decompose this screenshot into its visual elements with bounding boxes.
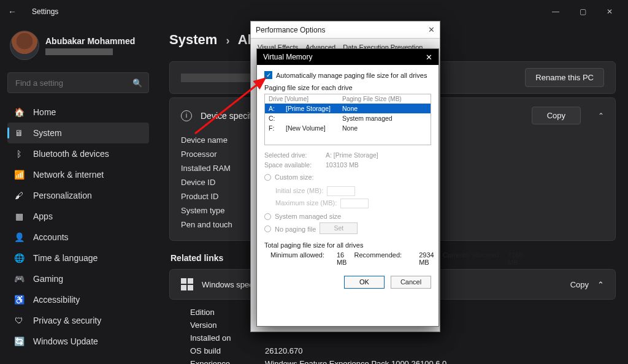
cancel-button[interactable]: Cancel bbox=[391, 276, 431, 289]
total-row: Currently allocated:7168 MB bbox=[443, 251, 531, 266]
nav-icon: 🌐 bbox=[13, 253, 25, 263]
winspec-row: Installed on bbox=[190, 332, 616, 344]
chevron-up-icon[interactable]: ⌃ bbox=[597, 280, 604, 289]
sidebar-item-windows-update[interactable]: 🔄Windows Update bbox=[7, 331, 149, 352]
radio-icon bbox=[264, 226, 271, 232]
maximum-size-label: Maximum size (MB): bbox=[275, 199, 337, 207]
chevron-right-icon: › bbox=[226, 34, 229, 47]
breadcrumb-root[interactable]: System bbox=[169, 32, 217, 47]
profile-email-redacted bbox=[45, 48, 113, 55]
nav-icon: 🎮 bbox=[13, 274, 25, 284]
nav-icon: 🖌 bbox=[13, 191, 25, 200]
nav-label: System bbox=[33, 128, 62, 138]
section-label: Paging file size for each drive bbox=[264, 84, 431, 91]
total-row: Minimum allowed:16 MB bbox=[270, 251, 354, 266]
selected-drive-value: A: [Prime Storage] bbox=[326, 151, 378, 159]
profile-name: Abubakar Mohammed bbox=[45, 36, 135, 46]
auto-manage-checkbox-row[interactable]: ✓ Automatically manage paging file size … bbox=[264, 71, 431, 79]
col-size: Paging File Size (MB) bbox=[342, 96, 402, 102]
ok-button[interactable]: OK bbox=[344, 276, 385, 289]
window-title: Settings bbox=[32, 7, 58, 16]
nav-icon: 🖥 bbox=[13, 128, 25, 138]
radio-system-managed: System managed size bbox=[264, 213, 431, 220]
nav-icon: 📶 bbox=[13, 170, 25, 180]
nav-list: 🏠Home🖥SystemᛒBluetooth & devices📶Network… bbox=[7, 102, 149, 352]
window-titlebar: ← Settings — ▢ ✕ bbox=[0, 0, 628, 23]
search-box[interactable]: 🔍 bbox=[7, 72, 149, 93]
nav-label: Apps bbox=[33, 211, 53, 221]
set-button: Set bbox=[320, 222, 358, 234]
close-button[interactable]: ✕ bbox=[596, 3, 623, 20]
sidebar-item-network-internet[interactable]: 📶Network & internet bbox=[7, 164, 149, 185]
copy-button[interactable]: Copy bbox=[532, 107, 581, 124]
space-available-label: Space available: bbox=[264, 160, 326, 170]
nav-icon: ▦ bbox=[13, 211, 25, 221]
drive-row[interactable]: C:System managed bbox=[265, 113, 431, 123]
sidebar-item-personalization[interactable]: 🖌Personalization bbox=[7, 185, 149, 206]
nav-label: Gaming bbox=[33, 274, 63, 284]
avatar bbox=[10, 31, 39, 60]
sidebar-item-privacy-security[interactable]: 🛡Privacy & security bbox=[7, 310, 149, 331]
winspec-row: ExperienceWindows Feature Experience Pac… bbox=[190, 357, 616, 364]
auto-manage-label: Automatically manage paging file size fo… bbox=[276, 72, 427, 79]
search-icon: 🔍 bbox=[132, 78, 142, 88]
initial-size-label: Initial size (MB): bbox=[275, 187, 323, 194]
total-row: Recommended:2934 MB bbox=[354, 251, 443, 266]
sidebar-item-accounts[interactable]: 👤Accounts bbox=[7, 227, 149, 248]
nav-label: Windows Update bbox=[33, 336, 98, 346]
minimize-button[interactable]: — bbox=[542, 3, 569, 20]
col-drive: Drive [Volume] bbox=[269, 96, 342, 102]
dialog-title: Performance Options bbox=[256, 26, 325, 34]
winspec-row: OS build26120.670 bbox=[190, 344, 616, 357]
drive-row[interactable]: F:[New Volume]None bbox=[265, 123, 431, 133]
radio-icon bbox=[264, 174, 271, 181]
nav-label: Accessibility bbox=[33, 295, 80, 305]
initial-size-input bbox=[327, 186, 355, 196]
sidebar: Abubakar Mohammed 🔍 🏠Home🖥SystemᛒBluetoo… bbox=[0, 23, 156, 352]
rename-pc-button[interactable]: Rename this PC bbox=[525, 68, 604, 87]
total-title: Total paging file size for all drives bbox=[264, 241, 431, 249]
maximize-button[interactable]: ▢ bbox=[569, 3, 596, 20]
sidebar-item-gaming[interactable]: 🎮Gaming bbox=[7, 268, 149, 289]
checkbox-checked-icon[interactable]: ✓ bbox=[264, 71, 272, 79]
nav-icon: 🏠 bbox=[13, 107, 25, 117]
nav-icon: ᛒ bbox=[13, 149, 25, 159]
search-input[interactable] bbox=[14, 78, 132, 88]
drive-list[interactable]: Drive [Volume] Paging File Size (MB) A:[… bbox=[264, 94, 431, 145]
chevron-up-icon[interactable]: ⌃ bbox=[598, 112, 604, 120]
nav-label: Bluetooth & devices bbox=[33, 149, 109, 159]
virtual-memory-dialog: Virtual Memory ✕ ✓ Automatically manage … bbox=[256, 48, 439, 327]
back-button[interactable]: ← bbox=[5, 7, 20, 17]
nav-icon: 🔄 bbox=[13, 336, 25, 346]
sidebar-item-apps[interactable]: ▦Apps bbox=[7, 206, 149, 227]
close-icon[interactable]: ✕ bbox=[426, 53, 432, 62]
nav-label: Accounts bbox=[33, 232, 69, 242]
info-icon: i bbox=[181, 110, 192, 121]
nav-label: Time & language bbox=[33, 253, 98, 263]
sidebar-item-home[interactable]: 🏠Home bbox=[7, 102, 149, 123]
nav-icon: 👤 bbox=[13, 232, 25, 242]
drive-row[interactable]: A:[Prime Storage]None bbox=[265, 104, 431, 113]
nav-label: Personalization bbox=[33, 191, 92, 200]
space-available-value: 103103 MB bbox=[326, 161, 359, 169]
sidebar-item-time-language[interactable]: 🌐Time & language bbox=[7, 248, 149, 268]
dialog-title: Virtual Memory bbox=[263, 53, 312, 61]
nav-icon: 🛡 bbox=[13, 316, 25, 325]
windows-logo-icon bbox=[181, 278, 193, 290]
nav-label: Privacy & security bbox=[33, 316, 101, 325]
nav-label: Home bbox=[33, 107, 56, 117]
radio-icon bbox=[264, 213, 271, 220]
copy-button[interactable]: Copy bbox=[570, 280, 589, 289]
sidebar-item-system[interactable]: 🖥System bbox=[7, 123, 149, 143]
close-icon[interactable]: ✕ bbox=[428, 25, 435, 34]
nav-icon: ♿ bbox=[13, 295, 25, 305]
maximum-size-input bbox=[340, 199, 369, 208]
selected-drive-label: Selected drive: bbox=[264, 150, 326, 160]
nav-label: Network & internet bbox=[33, 170, 104, 180]
sidebar-item-bluetooth-devices[interactable]: ᛒBluetooth & devices bbox=[7, 143, 149, 164]
sidebar-item-accessibility[interactable]: ♿Accessibility bbox=[7, 289, 149, 310]
radio-no-paging: No paging file Set bbox=[264, 224, 431, 234]
profile-block[interactable]: Abubakar Mohammed bbox=[7, 27, 149, 70]
radio-custom-size: Custom size: bbox=[264, 173, 431, 181]
